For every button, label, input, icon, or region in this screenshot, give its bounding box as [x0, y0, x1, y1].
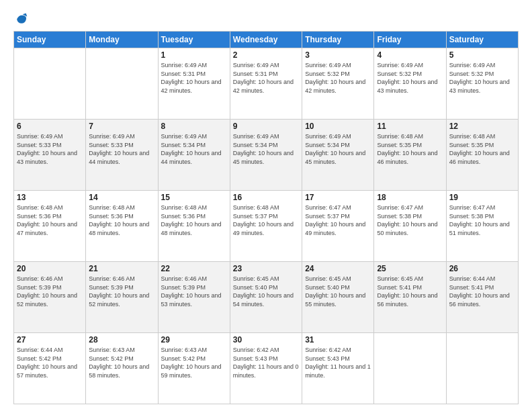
day-number: 8 — [161, 122, 227, 131]
day-number: 16 — [233, 193, 299, 202]
calendar-week-5: 27Sunrise: 6:44 AMSunset: 5:42 PMDayligh… — [14, 333, 519, 404]
calendar-cell: 11Sunrise: 6:48 AMSunset: 5:35 PMDayligh… — [374, 120, 446, 191]
day-number: 31 — [305, 335, 371, 345]
calendar-cell: 7Sunrise: 6:49 AMSunset: 5:33 PMDaylight… — [86, 120, 158, 191]
calendar-cell — [374, 333, 446, 404]
calendar-week-1: 1Sunrise: 6:49 AMSunset: 5:31 PMDaylight… — [14, 48, 519, 120]
calendar-cell: 26Sunrise: 6:44 AMSunset: 5:41 PMDayligh… — [446, 262, 518, 333]
day-info: Sunrise: 6:42 AMSunset: 5:43 PMDaylight:… — [305, 346, 371, 379]
day-info: Sunrise: 6:45 AMSunset: 5:40 PMDaylight:… — [305, 275, 371, 308]
day-number: 11 — [377, 122, 443, 131]
calendar-cell: 30Sunrise: 6:42 AMSunset: 5:43 PMDayligh… — [230, 333, 302, 404]
day-info: Sunrise: 6:48 AMSunset: 5:36 PMDaylight:… — [89, 203, 154, 237]
calendar-cell: 31Sunrise: 6:42 AMSunset: 5:43 PMDayligh… — [302, 333, 374, 404]
calendar-cell: 27Sunrise: 6:44 AMSunset: 5:42 PMDayligh… — [14, 333, 86, 404]
calendar-cell: 4Sunrise: 6:49 AMSunset: 5:32 PMDaylight… — [374, 48, 446, 120]
day-info: Sunrise: 6:43 AMSunset: 5:42 PMDaylight:… — [89, 346, 154, 379]
day-info: Sunrise: 6:48 AMSunset: 5:37 PMDaylight:… — [233, 203, 299, 237]
day-number: 22 — [161, 264, 227, 273]
calendar-cell: 8Sunrise: 6:49 AMSunset: 5:34 PMDaylight… — [158, 120, 230, 191]
page: SundayMondayTuesdayWednesdayThursdayFrid… — [0, 0, 532, 411]
day-info: Sunrise: 6:47 AMSunset: 5:38 PMDaylight:… — [377, 203, 443, 237]
day-info: Sunrise: 6:49 AMSunset: 5:32 PMDaylight:… — [377, 61, 443, 95]
calendar-header-sunday: Sunday — [14, 32, 86, 48]
day-number: 5 — [449, 50, 515, 60]
calendar-table: SundayMondayTuesdayWednesdayThursdayFrid… — [13, 31, 519, 404]
day-info: Sunrise: 6:46 AMSunset: 5:39 PMDaylight:… — [17, 275, 83, 308]
calendar-cell: 25Sunrise: 6:45 AMSunset: 5:41 PMDayligh… — [374, 262, 446, 333]
day-number: 24 — [305, 264, 371, 273]
calendar-cell: 6Sunrise: 6:49 AMSunset: 5:33 PMDaylight… — [14, 120, 86, 191]
day-info: Sunrise: 6:44 AMSunset: 5:42 PMDaylight:… — [17, 346, 83, 379]
calendar-cell: 14Sunrise: 6:48 AMSunset: 5:36 PMDayligh… — [86, 191, 158, 262]
day-number: 18 — [377, 193, 443, 202]
calendar-cell: 9Sunrise: 6:49 AMSunset: 5:34 PMDaylight… — [230, 120, 302, 191]
calendar-cell: 28Sunrise: 6:43 AMSunset: 5:42 PMDayligh… — [86, 333, 158, 404]
day-info: Sunrise: 6:48 AMSunset: 5:35 PMDaylight:… — [449, 132, 515, 166]
day-number: 19 — [449, 193, 515, 202]
calendar-cell — [86, 48, 158, 120]
day-info: Sunrise: 6:49 AMSunset: 5:31 PMDaylight:… — [233, 61, 299, 95]
day-number: 28 — [89, 335, 154, 345]
day-info: Sunrise: 6:49 AMSunset: 5:32 PMDaylight:… — [305, 61, 371, 95]
day-info: Sunrise: 6:45 AMSunset: 5:40 PMDaylight:… — [233, 275, 299, 308]
calendar-cell: 23Sunrise: 6:45 AMSunset: 5:40 PMDayligh… — [230, 262, 302, 333]
day-number: 15 — [161, 193, 227, 202]
calendar-cell — [446, 333, 518, 404]
calendar-cell: 21Sunrise: 6:46 AMSunset: 5:39 PMDayligh… — [86, 262, 158, 333]
calendar-cell: 19Sunrise: 6:47 AMSunset: 5:38 PMDayligh… — [446, 191, 518, 262]
calendar-header-wednesday: Wednesday — [230, 32, 302, 48]
day-number: 29 — [161, 335, 227, 345]
calendar-header-thursday: Thursday — [302, 32, 374, 48]
day-info: Sunrise: 6:43 AMSunset: 5:42 PMDaylight:… — [161, 346, 227, 379]
day-info: Sunrise: 6:49 AMSunset: 5:31 PMDaylight:… — [161, 61, 227, 95]
day-number: 7 — [89, 122, 154, 131]
day-number: 30 — [233, 335, 299, 345]
day-number: 14 — [89, 193, 154, 202]
calendar-cell: 18Sunrise: 6:47 AMSunset: 5:38 PMDayligh… — [374, 191, 446, 262]
day-number: 17 — [305, 193, 371, 202]
calendar-cell: 2Sunrise: 6:49 AMSunset: 5:31 PMDaylight… — [230, 48, 302, 120]
day-info: Sunrise: 6:49 AMSunset: 5:34 PMDaylight:… — [233, 132, 299, 166]
day-number: 2 — [233, 50, 299, 60]
day-number: 9 — [233, 122, 299, 131]
day-info: Sunrise: 6:49 AMSunset: 5:33 PMDaylight:… — [17, 132, 83, 166]
day-info: Sunrise: 6:46 AMSunset: 5:39 PMDaylight:… — [161, 275, 227, 308]
day-info: Sunrise: 6:49 AMSunset: 5:33 PMDaylight:… — [89, 132, 154, 166]
calendar-cell: 15Sunrise: 6:48 AMSunset: 5:36 PMDayligh… — [158, 191, 230, 262]
calendar-cell: 17Sunrise: 6:47 AMSunset: 5:37 PMDayligh… — [302, 191, 374, 262]
day-info: Sunrise: 6:44 AMSunset: 5:41 PMDaylight:… — [449, 275, 515, 308]
day-number: 10 — [305, 122, 371, 131]
day-number: 6 — [17, 122, 83, 131]
day-number: 27 — [17, 335, 83, 345]
calendar-cell: 13Sunrise: 6:48 AMSunset: 5:36 PMDayligh… — [14, 191, 86, 262]
calendar-header-friday: Friday — [374, 32, 446, 48]
day-number: 23 — [233, 264, 299, 273]
day-number: 4 — [377, 50, 443, 60]
calendar-cell: 3Sunrise: 6:49 AMSunset: 5:32 PMDaylight… — [302, 48, 374, 120]
day-info: Sunrise: 6:47 AMSunset: 5:38 PMDaylight:… — [449, 203, 515, 237]
day-info: Sunrise: 6:47 AMSunset: 5:37 PMDaylight:… — [305, 203, 371, 237]
day-info: Sunrise: 6:46 AMSunset: 5:39 PMDaylight:… — [89, 275, 154, 308]
day-number: 1 — [161, 50, 227, 60]
calendar-cell: 16Sunrise: 6:48 AMSunset: 5:37 PMDayligh… — [230, 191, 302, 262]
logo-icon — [15, 12, 28, 26]
calendar-cell: 10Sunrise: 6:49 AMSunset: 5:34 PMDayligh… — [302, 120, 374, 191]
day-info: Sunrise: 6:45 AMSunset: 5:41 PMDaylight:… — [377, 275, 443, 308]
calendar-cell: 20Sunrise: 6:46 AMSunset: 5:39 PMDayligh… — [14, 262, 86, 333]
calendar-cell: 22Sunrise: 6:46 AMSunset: 5:39 PMDayligh… — [158, 262, 230, 333]
day-info: Sunrise: 6:48 AMSunset: 5:35 PMDaylight:… — [377, 132, 443, 166]
calendar-week-3: 13Sunrise: 6:48 AMSunset: 5:36 PMDayligh… — [14, 191, 519, 262]
calendar-header-row: SundayMondayTuesdayWednesdayThursdayFrid… — [14, 32, 519, 48]
calendar-cell: 12Sunrise: 6:48 AMSunset: 5:35 PMDayligh… — [446, 120, 518, 191]
calendar-cell: 24Sunrise: 6:45 AMSunset: 5:40 PMDayligh… — [302, 262, 374, 333]
day-info: Sunrise: 6:49 AMSunset: 5:34 PMDaylight:… — [161, 132, 227, 166]
day-number: 12 — [449, 122, 515, 131]
day-info: Sunrise: 6:48 AMSunset: 5:36 PMDaylight:… — [17, 203, 83, 237]
day-number: 13 — [17, 193, 83, 202]
calendar-header-tuesday: Tuesday — [158, 32, 230, 48]
day-info: Sunrise: 6:48 AMSunset: 5:36 PMDaylight:… — [161, 203, 227, 237]
calendar-cell — [14, 48, 86, 120]
calendar-cell: 29Sunrise: 6:43 AMSunset: 5:42 PMDayligh… — [158, 333, 230, 404]
logo — [13, 12, 28, 26]
